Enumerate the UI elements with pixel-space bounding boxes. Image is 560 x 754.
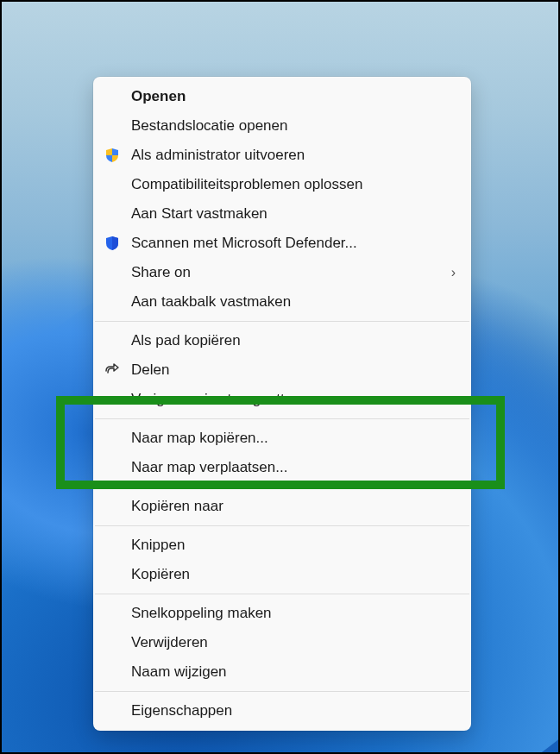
menu-separator — [95, 525, 469, 526]
menu-item-label: Kopiëren — [131, 566, 190, 583]
menu-item-share-on[interactable]: Share on › — [93, 258, 471, 287]
menu-item-label: Knippen — [131, 537, 185, 554]
menu-separator — [95, 594, 469, 594]
shield-uac-icon — [104, 147, 121, 164]
menu-item-label: Scannen met Microsoft Defender... — [131, 235, 357, 252]
menu-item-delete[interactable]: Verwijderen — [93, 628, 471, 657]
menu-item-label: Share on — [131, 264, 191, 281]
menu-item-troubleshoot-compat[interactable]: Compatibiliteitsproblemen oplossen — [93, 170, 471, 199]
menu-item-copy-to-folder[interactable]: Naar map kopiëren... — [93, 424, 471, 453]
menu-item-label: Aan taakbalk vastmaken — [131, 293, 291, 311]
menu-item-label: Naam wijzigen — [131, 663, 227, 681]
menu-separator — [95, 487, 469, 487]
shield-defender-icon — [104, 235, 121, 252]
menu-item-restore-versions[interactable]: Vorige versies terugzetten — [93, 385, 471, 414]
menu-item-label: Naar map kopiëren... — [131, 430, 268, 447]
menu-item-open[interactable]: Openen — [93, 82, 471, 111]
menu-item-label: Als administrator uitvoeren — [131, 147, 305, 164]
menu-item-label: Snelkoppeling maken — [131, 605, 272, 622]
menu-item-copy-to[interactable]: Kopiëren naar — [93, 492, 471, 521]
menu-item-label: Kopiëren naar — [131, 498, 223, 515]
menu-item-label: Delen — [131, 361, 169, 379]
menu-item-copy[interactable]: Kopiëren — [93, 560, 471, 589]
menu-separator — [95, 691, 469, 692]
menu-item-label: Als pad kopiëren — [131, 332, 241, 349]
menu-item-label: Eigenschappen — [131, 702, 232, 719]
menu-item-cut[interactable]: Knippen — [93, 531, 471, 560]
menu-item-create-shortcut[interactable]: Snelkoppeling maken — [93, 599, 471, 628]
menu-item-open-file-location[interactable]: Bestandslocatie openen — [93, 111, 471, 141]
chevron-right-icon: › — [451, 265, 456, 280]
menu-item-label: Compatibiliteitsproblemen oplossen — [131, 176, 362, 193]
menu-item-label: Bestandslocatie openen — [131, 117, 287, 135]
menu-item-scan-defender[interactable]: Scannen met Microsoft Defender... — [93, 229, 471, 258]
menu-item-rename[interactable]: Naam wijzigen — [93, 657, 471, 687]
menu-item-label: Verwijderen — [131, 634, 208, 651]
menu-item-properties[interactable]: Eigenschappen — [93, 696, 471, 726]
menu-item-copy-as-path[interactable]: Als pad kopiëren — [93, 326, 471, 355]
menu-item-label: Aan Start vastmaken — [131, 205, 267, 223]
menu-separator — [95, 321, 469, 322]
share-icon — [104, 361, 121, 379]
menu-item-label: Naar map verplaatsen... — [131, 459, 287, 476]
menu-item-pin-taskbar[interactable]: Aan taakbalk vastmaken — [93, 287, 471, 317]
menu-item-label: Vorige versies terugzetten — [131, 391, 301, 408]
menu-item-label: Openen — [131, 88, 186, 105]
menu-item-pin-start[interactable]: Aan Start vastmaken — [93, 199, 471, 229]
context-menu: Openen Bestandslocatie openen Als admini… — [93, 77, 471, 731]
menu-item-share[interactable]: Delen — [93, 355, 471, 385]
menu-item-move-to-folder[interactable]: Naar map verplaatsen... — [93, 453, 471, 482]
menu-item-run-as-admin[interactable]: Als administrator uitvoeren — [93, 141, 471, 170]
menu-separator — [95, 418, 469, 419]
